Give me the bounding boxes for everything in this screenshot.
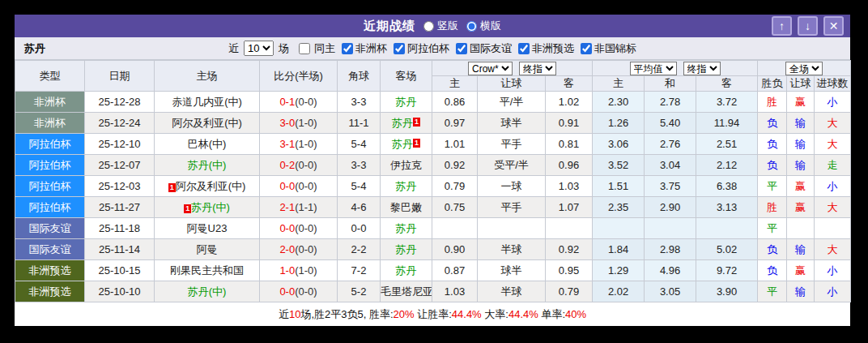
average-group-header: 平均值 终指 <box>593 61 758 76</box>
result-cell: 负 <box>758 155 787 176</box>
final-odds-select-2[interactable]: 终指 <box>683 62 721 75</box>
odds-away-cell: 0.95 <box>546 260 593 281</box>
same-home-checkbox[interactable] <box>299 43 310 54</box>
avg-away-cell: 6.38 <box>696 176 758 197</box>
avg-draw-cell <box>645 218 696 239</box>
scroll-down-button[interactable]: ↓ <box>798 16 818 36</box>
corners-cell: 11-1 <box>338 113 381 134</box>
filter-checkbox-nations-champ[interactable] <box>581 43 592 54</box>
table-row: 阿拉伯杯25-12-031阿尔及利亚(中)0-0(0-0)5-4苏丹0.79一球… <box>15 176 851 197</box>
full-time-score: 1-0 <box>279 264 295 277</box>
avg-home-cell: 2.02 <box>593 281 645 302</box>
avg-home-cell: 1.29 <box>593 260 645 281</box>
horizontal-radio-input[interactable] <box>466 21 477 32</box>
avg-draw-cell: 2.78 <box>645 92 696 113</box>
vertical-radio-input[interactable] <box>423 21 434 32</box>
avg-home-cell: 2.35 <box>593 197 645 218</box>
home-team-cell: 苏丹(中) <box>155 155 260 176</box>
first-order-badge: 1 <box>168 183 176 192</box>
close-icon[interactable]: ✕ <box>823 16 844 36</box>
filter-checkbox-africa-cup[interactable] <box>342 43 353 54</box>
col-header-corners: 角球 <box>338 61 381 92</box>
away-team-cell: 伊拉克 <box>381 155 432 176</box>
col-header-date: 日期 <box>85 61 155 92</box>
avg-away-cell: 2.51 <box>696 134 758 155</box>
summary-text: 近10场,胜2平3负5, 胜率:20% 让胜率:44.4% 大率:44.4% 单… <box>279 307 586 322</box>
table-row: 非洲预选25-10-10苏丹(中)0-0(0-0)5-2毛里塔尼亚1.03半球0… <box>15 281 851 302</box>
home-team-name: 阿曼 <box>197 243 218 255</box>
handicap-cell: 平/半 <box>478 92 546 113</box>
home-team-name: 苏丹(中) <box>188 159 227 171</box>
away-team-name: 苏丹 <box>396 180 417 192</box>
summary-segment: 10 <box>289 308 300 320</box>
average-select[interactable]: 平均值 <box>630 62 677 75</box>
match-date: 25-11-18 <box>85 218 155 239</box>
half-time-score: (1-0) <box>295 264 317 277</box>
half-time-score: (0-0) <box>295 159 317 171</box>
home-team-name: 苏丹(中) <box>188 285 227 298</box>
avg-home-cell: 3.52 <box>593 155 645 176</box>
avg-draw-cell: 5.40 <box>645 113 696 134</box>
filter-checkbox-arab-cup[interactable] <box>394 43 405 54</box>
table-row: 阿拉伯杯25-11-271苏丹(中)2-1(1-1)4-6黎巴嫩0.75平手1.… <box>15 197 851 218</box>
away-team-name: 苏丹 <box>396 243 417 255</box>
scope-select[interactable]: 全场 <box>785 62 823 75</box>
result-cell: 负 <box>758 134 787 155</box>
table-row: 国际友谊25-11-14阿曼2-0(0-0)2-2苏丹0.90半球0.921.8… <box>15 239 851 260</box>
odds-home-cell <box>432 218 478 239</box>
avg-away-cell: 11.94 <box>696 113 758 134</box>
title-bar: 近期战绩 竖版 横版 ↑ ↓ ✕ <box>15 15 850 37</box>
score-cell: 2-1(1-1) <box>260 197 338 218</box>
goals-cell: 小 <box>815 176 851 197</box>
away-team-cell: 苏丹 <box>381 260 432 281</box>
odds-source-select[interactable]: Crow* <box>468 62 513 75</box>
home-team-cell: 阿曼U23 <box>155 218 260 239</box>
summary-segment: 近 <box>279 308 289 320</box>
table-row: 非洲预选25-10-15刚果民主共和国1-0(1-0)7-2苏丹0.87球半0.… <box>15 260 851 281</box>
sub-header-handicap: 让球 <box>478 76 546 92</box>
away-team-name: 苏丹 <box>396 264 417 277</box>
filter-checkbox-friendly[interactable] <box>456 43 467 54</box>
away-team-cell: 毛里塔尼亚 <box>381 281 432 302</box>
odds-home-cell: 0.75 <box>432 197 478 218</box>
layout-vertical-radio[interactable]: 竖版 <box>423 19 458 33</box>
full-time-score: 0-2 <box>279 159 295 171</box>
avg-draw-cell: 2.76 <box>645 134 696 155</box>
scope-group-header: 全场 <box>758 61 851 76</box>
sub-header-handicap-result: 让球 <box>787 76 815 92</box>
filter-checkbox-africa-qual[interactable] <box>518 43 530 54</box>
match-type-badge: 非洲杯 <box>15 113 85 134</box>
away-team-cell: 苏丹 <box>381 239 432 260</box>
match-type-badge: 非洲预选 <box>15 260 85 281</box>
avg-draw-cell: 4.96 <box>645 260 696 281</box>
result-cell: 平 <box>758 281 787 302</box>
sub-header-avg-home: 主 <box>593 76 645 92</box>
full-time-score: 0-0 <box>279 180 295 192</box>
home-team-name: 阿尔及利亚(中) <box>176 180 246 192</box>
goals-cell: 小 <box>815 92 851 113</box>
summary-segment: 44.4% <box>452 308 482 320</box>
final-odds-select-1[interactable]: 终指 <box>519 62 556 75</box>
handicap-cell: 平手 <box>478 197 546 218</box>
layout-horizontal-radio[interactable]: 横版 <box>466 19 501 33</box>
results-table: 类型 日期 主场 比分(半场) 角球 客场 Crow* 终指 <box>15 60 851 302</box>
home-team-cell: 阿曼 <box>155 239 260 260</box>
odds-away-cell: 0.96 <box>546 155 593 176</box>
scroll-up-button[interactable]: ↑ <box>772 16 792 36</box>
handicap-cell: 球半 <box>478 260 546 281</box>
goals-cell: 大 <box>815 197 851 218</box>
filter-bar: 苏丹 近 10 场 同主 非洲杯 阿拉伯杯 国际友谊 非洲预选 非国锦标 <box>15 37 850 60</box>
goals-cell: 小 <box>815 281 851 302</box>
sub-header-goals: 进球数 <box>815 76 851 92</box>
handicap-result-cell: 赢 <box>787 197 815 218</box>
handicap-result-cell: 输 <box>787 113 815 134</box>
match-count-select[interactable]: 10 <box>244 41 274 56</box>
table-row: 阿拉伯杯25-12-10巴林(中)3-1(1-0)5-4苏丹11.01平手0.8… <box>15 134 851 155</box>
away-team-name: 苏丹 <box>392 138 413 150</box>
avg-away-cell <box>696 218 758 239</box>
away-team-cell: 苏丹 <box>381 92 432 113</box>
score-cell: 1-0(1-0) <box>260 260 338 281</box>
odds-away-cell: 1.07 <box>546 197 593 218</box>
handicap-result-cell: 输 <box>787 134 815 155</box>
horizontal-radio-label: 横版 <box>480 19 501 33</box>
